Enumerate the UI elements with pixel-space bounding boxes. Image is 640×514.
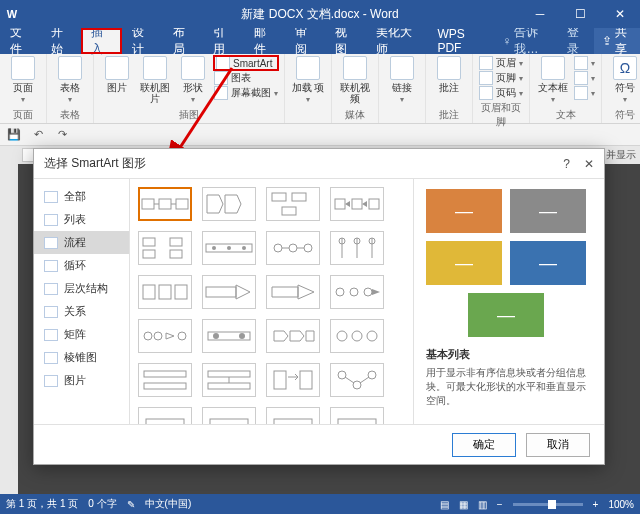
layout-thumb[interactable] bbox=[202, 363, 256, 397]
text-parts-button[interactable]: ▾ bbox=[574, 56, 595, 70]
layout-gallery[interactable] bbox=[130, 179, 414, 424]
cat-picture[interactable]: 图片 bbox=[34, 369, 129, 392]
layout-thumb[interactable] bbox=[266, 407, 320, 424]
symbol-button[interactable]: Ω符号▾ bbox=[608, 56, 640, 104]
login-button[interactable]: 登录 bbox=[559, 28, 594, 54]
status-bar: 第 1 页，共 1 页 0 个字 ✎ 中文(中国) ▤ ▦ ▥ − + 100% bbox=[0, 494, 640, 514]
pictures-button[interactable]: 图片 bbox=[100, 56, 134, 93]
tab-design[interactable]: 设计 bbox=[122, 28, 163, 54]
comment-button[interactable]: 批注 bbox=[432, 56, 466, 93]
smartart-dialog: 选择 SmartArt 图形 ? ✕ 全部 列表 流程 循环 层次结构 关系 矩… bbox=[33, 148, 605, 465]
svg-rect-15 bbox=[170, 250, 182, 258]
online-video-button[interactable]: 联机视频 bbox=[338, 56, 372, 104]
share-button[interactable]: ⇪ 共享 bbox=[594, 28, 640, 54]
status-pages[interactable]: 第 1 页，共 1 页 bbox=[6, 497, 78, 511]
chart-button[interactable]: 图表 bbox=[214, 71, 278, 85]
layout-thumb[interactable] bbox=[202, 275, 256, 309]
layout-thumb[interactable] bbox=[138, 187, 192, 221]
layout-thumb[interactable] bbox=[266, 363, 320, 397]
layout-thumb[interactable] bbox=[202, 319, 256, 353]
layout-thumb[interactable] bbox=[266, 231, 320, 265]
tab-layout[interactable]: 布局 bbox=[163, 28, 204, 54]
ok-button[interactable]: 确定 bbox=[452, 433, 516, 457]
zoom-value[interactable]: 100% bbox=[608, 499, 634, 510]
layout-thumb[interactable] bbox=[266, 319, 320, 353]
layout-thumb[interactable] bbox=[266, 275, 320, 309]
cat-cycle[interactable]: 循环 bbox=[34, 254, 129, 277]
layout-thumb[interactable] bbox=[202, 187, 256, 221]
addins-button[interactable]: 加载 项 ▾ bbox=[291, 56, 325, 104]
qat-undo-icon[interactable]: ↶ bbox=[30, 127, 46, 143]
tab-home[interactable]: 开始 bbox=[41, 28, 82, 54]
header-button[interactable]: 页眉 ▾ bbox=[479, 56, 523, 70]
layout-thumb[interactable] bbox=[330, 407, 384, 424]
view-print-icon[interactable]: ▦ bbox=[459, 499, 468, 510]
pages-button[interactable]: 页面▾ bbox=[6, 56, 40, 104]
layout-thumb[interactable] bbox=[138, 407, 192, 424]
close-button[interactable]: ✕ bbox=[600, 0, 640, 28]
layout-thumb[interactable] bbox=[138, 231, 192, 265]
status-language[interactable]: 中文(中国) bbox=[145, 497, 192, 511]
layout-thumb[interactable] bbox=[330, 363, 384, 397]
zoom-slider[interactable] bbox=[513, 503, 583, 506]
tab-references[interactable]: 引用 bbox=[203, 28, 244, 54]
maximize-button[interactable]: ☐ bbox=[560, 0, 600, 28]
layout-thumb[interactable] bbox=[138, 275, 192, 309]
layout-thumb[interactable] bbox=[330, 275, 384, 309]
tab-wpspdf[interactable]: WPS PDF bbox=[427, 28, 494, 54]
svg-point-19 bbox=[242, 246, 246, 250]
online-pictures-button[interactable]: 联机图片 bbox=[138, 56, 172, 104]
layout-thumb[interactable] bbox=[138, 363, 192, 397]
minimize-button[interactable]: ─ bbox=[520, 0, 560, 28]
view-web-icon[interactable]: ▥ bbox=[478, 499, 487, 510]
category-list: 全部 列表 流程 循环 层次结构 关系 矩阵 棱锥图 图片 bbox=[34, 179, 130, 424]
layout-thumb[interactable] bbox=[138, 319, 192, 353]
links-button[interactable]: 链接▾ bbox=[385, 56, 419, 104]
dialog-help-button[interactable]: ? bbox=[563, 157, 570, 171]
cat-matrix[interactable]: 矩阵 bbox=[34, 323, 129, 346]
qat-redo-icon[interactable]: ↷ bbox=[54, 127, 70, 143]
svg-point-44 bbox=[337, 331, 347, 341]
cat-list[interactable]: 列表 bbox=[34, 208, 129, 231]
cat-pyramid[interactable]: 棱锥图 bbox=[34, 346, 129, 369]
smartart-button[interactable]: SmartArt bbox=[214, 56, 278, 70]
dropcap-button[interactable]: ▾ bbox=[574, 86, 595, 100]
cat-hierarchy[interactable]: 层次结构 bbox=[34, 277, 129, 300]
zoom-out-button[interactable]: − bbox=[497, 499, 503, 510]
layout-thumb[interactable] bbox=[330, 231, 384, 265]
tab-beautify[interactable]: 美化大师 bbox=[366, 28, 427, 54]
table-button[interactable]: 表格▾ bbox=[53, 56, 87, 104]
wordart-button[interactable]: ▾ bbox=[574, 71, 595, 85]
layout-thumb[interactable] bbox=[266, 187, 320, 221]
qat-save-icon[interactable]: 💾 bbox=[6, 127, 22, 143]
cat-process[interactable]: 流程 bbox=[34, 231, 129, 254]
tab-insert[interactable]: 插入 bbox=[81, 28, 122, 54]
svg-point-42 bbox=[213, 333, 219, 339]
tell-me[interactable]: ♀ 告诉我… bbox=[494, 28, 558, 54]
chart-icon bbox=[214, 71, 228, 85]
pagenumber-button[interactable]: 页码 ▾ bbox=[479, 86, 523, 100]
layout-thumb[interactable] bbox=[202, 231, 256, 265]
footer-button[interactable]: 页脚 ▾ bbox=[479, 71, 523, 85]
tab-mailings[interactable]: 邮件 bbox=[244, 28, 285, 54]
tab-review[interactable]: 审阅 bbox=[285, 28, 326, 54]
layout-thumb[interactable] bbox=[330, 187, 384, 221]
zoom-in-button[interactable]: + bbox=[593, 499, 599, 510]
layout-thumb[interactable] bbox=[330, 319, 384, 353]
svg-point-54 bbox=[338, 371, 346, 379]
shapes-button[interactable]: 形状▾ bbox=[176, 56, 210, 104]
view-readmode-icon[interactable]: ▤ bbox=[440, 499, 449, 510]
tab-view[interactable]: 视图 bbox=[325, 28, 366, 54]
cat-all[interactable]: 全部 bbox=[34, 185, 129, 208]
cancel-button[interactable]: 取消 bbox=[526, 433, 590, 457]
svg-rect-14 bbox=[170, 238, 182, 246]
svg-point-18 bbox=[227, 246, 231, 250]
textbox-button[interactable]: 文本框▾ bbox=[536, 56, 570, 104]
dialog-close-button[interactable]: ✕ bbox=[584, 157, 594, 171]
tab-file[interactable]: 文件 bbox=[0, 28, 41, 54]
cat-relationship[interactable]: 关系 bbox=[34, 300, 129, 323]
screenshot-button[interactable]: 屏幕截图 ▾ bbox=[214, 86, 278, 100]
status-words[interactable]: 0 个字 bbox=[88, 497, 116, 511]
svg-rect-53 bbox=[300, 371, 312, 389]
layout-thumb[interactable] bbox=[202, 407, 256, 424]
